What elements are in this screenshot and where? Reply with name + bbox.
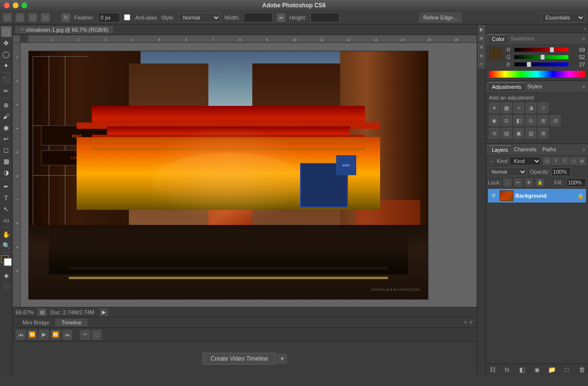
- pen-tool[interactable]: ✒: [1, 181, 12, 192]
- zoom-tool[interactable]: 🔍: [1, 240, 12, 251]
- blend-mode-dropdown[interactable]: Normal Multiply Screen: [488, 167, 527, 176]
- layers-panel-menu[interactable]: ≡: [582, 147, 585, 152]
- swatches-tab[interactable]: Swatches: [507, 35, 537, 42]
- swap-icon[interactable]: ⇄: [277, 13, 285, 22]
- status-doc-icon[interactable]: ▤: [38, 308, 46, 316]
- rt-btn-3[interactable]: ⊕: [478, 43, 486, 51]
- maximize-button[interactable]: [21, 2, 27, 8]
- refine-edge-button[interactable]: Refine Edge...: [419, 13, 462, 22]
- canvas-container[interactable]: mar Unwinmar: [20, 43, 477, 307]
- vibrance-icon[interactable]: ▽: [538, 102, 548, 113]
- lock-all-icon[interactable]: 🔒: [536, 179, 544, 186]
- type-tool[interactable]: T: [1, 192, 12, 203]
- blue-thumb[interactable]: [527, 61, 531, 67]
- layer-lock-icon[interactable]: 🔒: [577, 193, 584, 199]
- crop-tool[interactable]: ⬛: [1, 74, 12, 85]
- anti-alias-checkbox[interactable]: [124, 14, 130, 20]
- tab-close[interactable]: ✕: [20, 27, 24, 32]
- channels-tab[interactable]: Channels: [511, 145, 539, 153]
- gradient-map-icon[interactable]: ▥: [526, 128, 536, 139]
- hue-saturation-icon[interactable]: ◉: [489, 115, 500, 126]
- timeline-prev[interactable]: ⏪: [27, 330, 37, 340]
- bottom-panel-close[interactable]: ✕: [469, 320, 473, 325]
- levels-icon[interactable]: ▦: [501, 102, 512, 113]
- lock-image-icon[interactable]: ✏: [514, 179, 522, 186]
- paths-tab[interactable]: Paths: [540, 145, 559, 153]
- move-tool[interactable]: ✥: [1, 38, 12, 48]
- minimize-button[interactable]: [13, 2, 19, 8]
- lasso-tool[interactable]: ◯: [1, 49, 12, 60]
- layers-adj-btn[interactable]: ◉: [533, 366, 542, 374]
- threshold-icon[interactable]: ▣: [513, 128, 524, 139]
- filter-type-icon[interactable]: T: [561, 157, 568, 165]
- layer-visibility-icon[interactable]: 👁: [490, 192, 498, 200]
- quick-mask-tool[interactable]: ◈: [1, 270, 12, 281]
- green-slider[interactable]: [514, 55, 568, 59]
- photo-filter-icon[interactable]: ◎: [526, 115, 536, 126]
- red-thumb[interactable]: [549, 47, 554, 53]
- fill-input[interactable]: [567, 178, 586, 187]
- lock-position-icon[interactable]: ✥: [525, 179, 533, 186]
- rt-btn-5[interactable]: T: [478, 61, 486, 68]
- clone-tool[interactable]: ◉: [1, 122, 12, 133]
- healing-tool[interactable]: ⊕: [1, 100, 12, 110]
- brush-tool[interactable]: 🖌: [1, 111, 12, 122]
- hand-tool[interactable]: ✋: [1, 229, 12, 240]
- bw-icon[interactable]: ◧: [513, 115, 524, 126]
- eraser-tool[interactable]: ◻: [1, 144, 12, 155]
- layers-delete-btn[interactable]: 🗑: [577, 366, 586, 374]
- document-tab[interactable]: ✕ chinatown-1.jpg @ 66.7% (RGB/8): [15, 25, 114, 34]
- magic-wand-tool[interactable]: ✦: [1, 60, 12, 71]
- layers-fx-btn[interactable]: fx: [503, 366, 512, 374]
- timeline-tab[interactable]: Timeline: [56, 319, 88, 326]
- eyedropper-tool[interactable]: ✏: [1, 85, 12, 96]
- foreground-background-colors[interactable]: [1, 255, 12, 266]
- layers-filter-dropdown[interactable]: Kind Name Effect: [509, 157, 541, 165]
- height-input[interactable]: [310, 13, 340, 22]
- brightness-contrast-icon[interactable]: ☀: [489, 102, 500, 113]
- path-selection-tool[interactable]: ↖: [1, 203, 12, 214]
- create-video-button[interactable]: Create Video Timeline: [203, 353, 277, 365]
- green-thumb[interactable]: [540, 54, 545, 60]
- adj-panel-menu[interactable]: ≡: [582, 84, 585, 89]
- color-spectrum[interactable]: [489, 71, 585, 78]
- layers-group-btn[interactable]: 📁: [547, 366, 556, 374]
- invert-icon[interactable]: ⊖: [489, 128, 500, 139]
- layers-new-btn[interactable]: □: [563, 366, 571, 374]
- filter-pixel-icon[interactable]: ⊡: [543, 157, 551, 165]
- layers-link-btn[interactable]: ⛓: [488, 366, 497, 374]
- close-button[interactable]: [4, 2, 10, 8]
- timeline-stop[interactable]: □: [92, 330, 101, 340]
- layers-search-icon[interactable]: ○: [488, 158, 495, 164]
- blue-slider[interactable]: [514, 62, 568, 66]
- layer-item-background[interactable]: 👁 Background 🔒: [488, 189, 586, 203]
- filter-smart-icon[interactable]: ⊞: [578, 157, 586, 165]
- filter-shape-icon[interactable]: ◻: [569, 157, 577, 165]
- posterize-icon[interactable]: ▤: [501, 128, 512, 139]
- opacity-input[interactable]: [551, 167, 571, 176]
- rt-btn-4[interactable]: ⊗: [478, 52, 486, 60]
- timeline-last[interactable]: ⏭: [62, 330, 72, 340]
- adjustments-tab[interactable]: Adjustments: [489, 82, 525, 91]
- color-lookup-icon[interactable]: ⊟: [550, 115, 561, 126]
- width-input[interactable]: [243, 13, 273, 22]
- gradient-tool[interactable]: ▦: [1, 156, 12, 166]
- create-video-dropdown[interactable]: ▼: [277, 354, 287, 364]
- red-slider[interactable]: [514, 48, 568, 52]
- shape-tool[interactable]: ▭: [1, 215, 12, 225]
- selective-color-icon[interactable]: ⊞: [538, 128, 548, 139]
- history-tool[interactable]: ↩: [1, 133, 12, 144]
- color-preview[interactable]: [489, 47, 503, 61]
- timeline-next[interactable]: ⏩: [51, 330, 61, 340]
- workspace-dropdown[interactable]: Essentials Design Photography: [541, 13, 585, 22]
- timeline-play[interactable]: ▶: [39, 330, 49, 340]
- timeline-cut[interactable]: ✂: [80, 330, 90, 340]
- curves-icon[interactable]: ∿: [513, 102, 524, 113]
- layers-mask-btn[interactable]: ◧: [518, 366, 527, 374]
- exposure-icon[interactable]: ◑: [526, 102, 536, 113]
- collapse-panels-btn[interactable]: »: [583, 26, 586, 31]
- status-arrow[interactable]: ▶: [100, 308, 108, 316]
- blur-tool[interactable]: ◑: [1, 167, 12, 178]
- filter-adjust-icon[interactable]: T: [552, 157, 560, 165]
- marquee-tool[interactable]: ⬚: [1, 26, 12, 37]
